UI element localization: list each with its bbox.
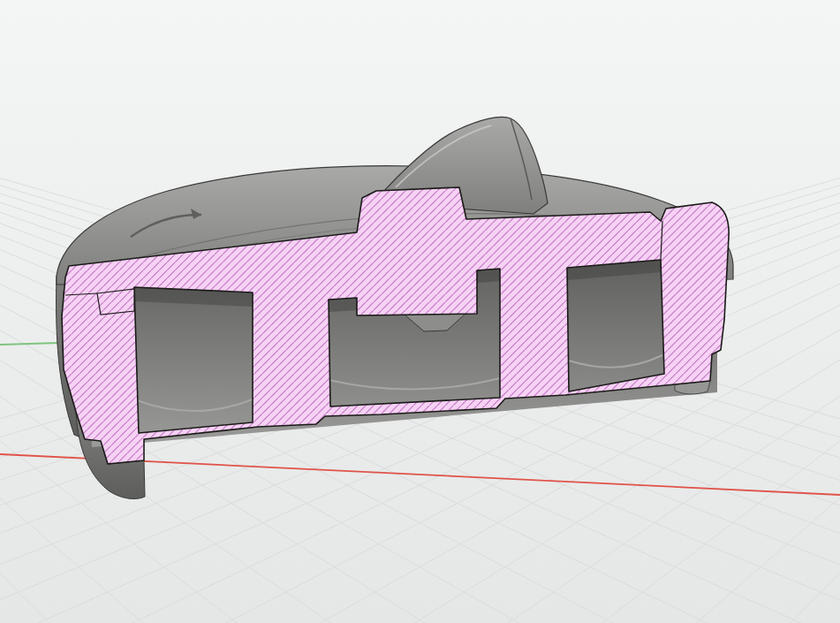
viewport-canvas[interactable]: [0, 0, 840, 623]
left-inner-lip-section[interactable]: [97, 289, 134, 315]
cad-viewport[interactable]: [0, 0, 840, 623]
